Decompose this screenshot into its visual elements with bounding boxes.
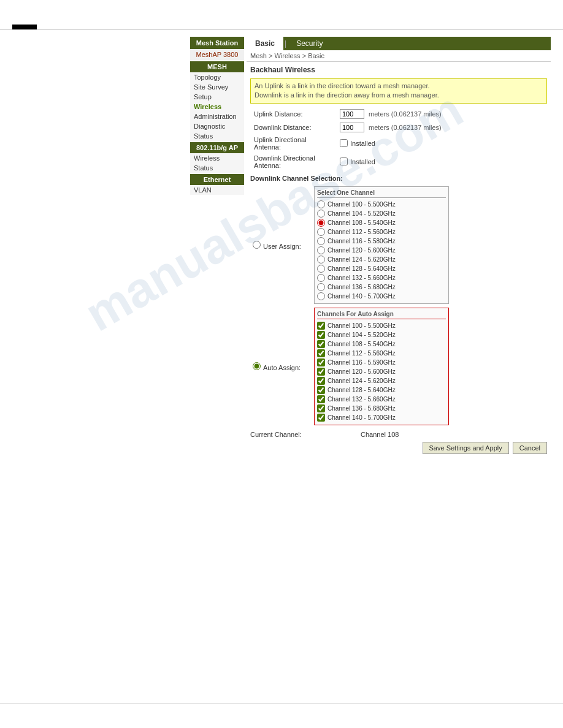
auto-channel-100-checkbox[interactable] [317, 322, 325, 330]
auto-channel-120-checkbox[interactable] [317, 368, 325, 376]
channel-option-108: Channel 108 - 5.540GHz [317, 218, 446, 227]
auto-assign-row: Auto Assign: Channels For Auto Assign Ch… [250, 306, 547, 427]
info-line-1: An Uplink is a link in the direction tow… [255, 82, 543, 91]
current-channel-row: Current Channel: Channel 108 [250, 431, 547, 438]
sidebar-item-wireless[interactable]: Wireless [190, 102, 244, 112]
assign-table: User Assign: Select One Channel Channel … [250, 184, 547, 427]
channel-116-label: Channel 116 - 5.580GHz [327, 238, 396, 245]
tab-bar: Basic | Security [247, 37, 551, 50]
sidebar-item-administration[interactable]: Administration [190, 112, 244, 121]
sidebar-item-site-survey[interactable]: Site Survey [190, 82, 244, 92]
downlink-distance-input[interactable] [340, 123, 364, 132]
page-wrapper: manualsbase.com Mesh Station MeshAP 3800… [0, 0, 563, 728]
auto-channel-104-label: Channel 104 - 5.520GHz [327, 332, 396, 338]
auto-assign-channels-cell: Channels For Auto Assign Channel 100 - 5… [312, 306, 547, 427]
current-channel-label: Current Channel: [250, 431, 324, 438]
auto-channel-100: Channel 100 - 5.500GHz [317, 321, 446, 330]
channel-136-radio[interactable] [317, 283, 325, 291]
sidebar-item-setup[interactable]: Setup [190, 92, 244, 102]
sidebar-item-diagnostic[interactable]: Diagnostic [190, 121, 244, 131]
auto-channel-116: Channel 116 - 5.590GHz [317, 358, 446, 367]
auto-channel-108: Channel 108 - 5.540GHz [317, 339, 446, 349]
sidebar-header: Mesh Station [190, 37, 244, 49]
auto-channel-132-label: Channel 132 - 5.660GHz [327, 396, 396, 403]
uplink-distance-input[interactable] [340, 109, 364, 119]
auto-channel-112-checkbox[interactable] [317, 349, 325, 357]
channel-128-radio[interactable] [317, 265, 325, 273]
hr-top [0, 29, 563, 30]
downlink-distance-value-cell: meters (0.062137 miles) [336, 121, 445, 134]
auto-channel-128-checkbox[interactable] [317, 386, 325, 394]
info-line-2: Downlink is a link in the direction away… [255, 91, 543, 100]
channel-option-128: Channel 128 - 5.640GHz [317, 264, 446, 273]
auto-channel-104-checkbox[interactable] [317, 331, 325, 339]
sidebar-item-topology[interactable]: Topology [190, 72, 244, 82]
sidebar-item-status[interactable]: Status [190, 131, 244, 141]
tab-security[interactable]: Security [288, 37, 331, 50]
channel-132-label: Channel 132 - 5.660GHz [327, 275, 396, 281]
tab-separator: | [283, 39, 288, 48]
auto-assign-radio[interactable] [253, 362, 261, 370]
uplink-antenna-value-cell: Installed [336, 134, 445, 153]
auto-channel-124-checkbox[interactable] [317, 377, 325, 385]
auto-channel-132-checkbox[interactable] [317, 395, 325, 403]
sidebar: Mesh Station MeshAP 3800 MESH Topology S… [190, 37, 244, 458]
auto-assign-label: Auto Assign: [263, 362, 301, 371]
channel-132-radio[interactable] [317, 274, 325, 282]
channel-136-label: Channel 136 - 5.680GHz [327, 284, 396, 290]
uplink-distance-label: Uplink Distance: [250, 107, 336, 121]
user-assign-radio[interactable] [253, 241, 261, 249]
downlink-distance-label: Downlink Distance: [250, 121, 336, 134]
user-assign-radio-cell: User Assign: [250, 184, 312, 306]
channel-116-radio[interactable] [317, 237, 325, 245]
uplink-distance-unit: meters (0.062137 miles) [369, 110, 442, 118]
channel-108-radio[interactable] [317, 219, 325, 227]
hr-bottom [0, 703, 563, 703]
channel-108-label: Channel 108 - 5.540GHz [327, 219, 396, 226]
select-one-channel-box: Select One Channel Channel 100 - 5.500GH… [314, 186, 449, 304]
auto-channel-116-checkbox[interactable] [317, 358, 325, 366]
channel-104-radio[interactable] [317, 210, 325, 218]
channel-140-radio[interactable] [317, 292, 325, 300]
tab-basic[interactable]: Basic [247, 37, 283, 50]
auto-channel-100-label: Channel 100 - 5.500GHz [327, 322, 396, 329]
auto-channel-140-checkbox[interactable] [317, 414, 325, 422]
downlink-antenna-checkbox[interactable] [340, 157, 348, 165]
auto-channel-140-label: Channel 140 - 5.700GHz [327, 414, 396, 421]
sidebar-item-vlan[interactable]: VLAN [190, 185, 244, 195]
select-one-channel-title: Select One Channel [317, 189, 446, 198]
user-assign-channels-cell: Select One Channel Channel 100 - 5.500GH… [312, 184, 547, 306]
channel-120-radio[interactable] [317, 246, 325, 254]
buttons-row: Save Settings and Apply Cancel [250, 442, 547, 454]
auto-channel-128-label: Channel 128 - 5.640GHz [327, 387, 396, 393]
sidebar-device-link[interactable]: MeshAP 3800 [190, 49, 244, 60]
main-layout: Mesh Station MeshAP 3800 MESH Topology S… [190, 37, 551, 458]
channel-option-124: Channel 124 - 5.620GHz [317, 255, 446, 264]
auto-channel-108-checkbox[interactable] [317, 340, 325, 348]
channel-112-radio[interactable] [317, 228, 325, 236]
info-box: An Uplink is a link in the direction tow… [250, 78, 547, 104]
save-button[interactable]: Save Settings and Apply [423, 442, 509, 454]
uplink-antenna-checkbox[interactable] [340, 139, 348, 147]
auto-channel-136-checkbox[interactable] [317, 404, 325, 412]
downlink-antenna-checkbox-label: Installed [350, 158, 375, 165]
downlink-antenna-label: Downlink Directional Antenna: [250, 153, 336, 171]
sidebar-ap-section: 802.11b/g AP [190, 142, 244, 153]
channel-100-radio[interactable] [317, 200, 325, 208]
auto-channel-124: Channel 124 - 5.620GHz [317, 376, 446, 385]
section-title: Backhaul Wireless [247, 62, 551, 76]
channel-option-136: Channel 136 - 5.680GHz [317, 282, 446, 292]
uplink-distance-row: Uplink Distance: meters (0.062137 miles) [250, 107, 445, 121]
channel-option-104: Channel 104 - 5.520GHz [317, 209, 446, 218]
channel-124-label: Channel 124 - 5.620GHz [327, 256, 396, 263]
sidebar-item-ap-status[interactable]: Status [190, 163, 244, 173]
uplink-distance-value-cell: meters (0.062137 miles) [336, 107, 445, 121]
auto-channel-112: Channel 112 - 5.560GHz [317, 349, 446, 358]
channel-104-label: Channel 104 - 5.520GHz [327, 210, 396, 217]
uplink-antenna-label: Uplink Directional Antenna: [250, 134, 336, 153]
channel-120-label: Channel 120 - 5.600GHz [327, 247, 396, 254]
sidebar-item-ap-wireless[interactable]: Wireless [190, 153, 244, 163]
cancel-button[interactable]: Cancel [513, 442, 547, 454]
channel-124-radio[interactable] [317, 256, 325, 264]
auto-channel-124-label: Channel 124 - 5.620GHz [327, 377, 396, 384]
